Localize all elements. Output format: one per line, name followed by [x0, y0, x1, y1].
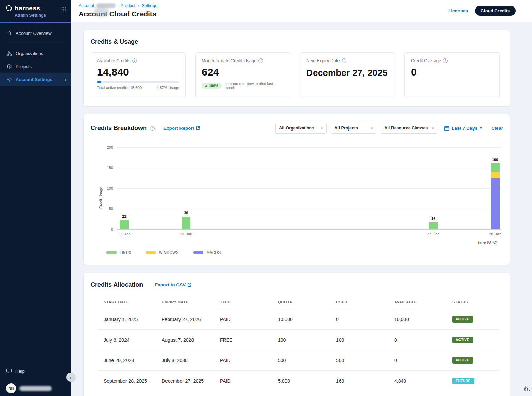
info-icon[interactable]: i	[342, 58, 346, 63]
delta-value: 186%	[209, 84, 218, 88]
home-icon	[6, 30, 12, 36]
bar-segment-linux	[429, 222, 438, 229]
chart-bar[interactable]: 22	[120, 220, 129, 229]
x-tick-label: 23. Jan	[180, 232, 192, 236]
organizations-select[interactable]: All Organizations ▾	[275, 123, 327, 134]
nav-label: Account Overview	[16, 31, 52, 36]
column-header: TYPE	[214, 297, 272, 309]
info-icon[interactable]: i	[132, 58, 137, 63]
chart-bar[interactable]: 160	[491, 163, 500, 229]
legend-item-windows[interactable]: WINDOWS	[146, 250, 179, 255]
breadcrumb-settings[interactable]: Settings	[142, 3, 157, 8]
info-icon[interactable]: i	[258, 58, 263, 63]
status-badge: ACTIVE	[452, 337, 473, 343]
export-csv-label: Export to CSV	[155, 282, 186, 287]
table-row[interactable]: September 28, 2025 December 27, 2025 PAI…	[98, 370, 499, 391]
cell-used: 160	[331, 371, 389, 391]
cell-start-date: September 28, 2025	[98, 371, 156, 391]
page-title: Account Cloud Credits	[79, 10, 157, 18]
licenses-link[interactable]: Licenses	[448, 8, 468, 13]
sidebar: harness Admin Settings Account Overview	[0, 0, 71, 396]
chart-bar[interactable]: 16	[429, 222, 438, 229]
breadcrumb-product[interactable]: - Product	[118, 3, 135, 8]
user-name-redacted	[19, 386, 52, 391]
sidebar-footer: Help NB	[0, 364, 71, 396]
breadcrumb-account[interactable]: Account	[79, 3, 94, 8]
credits-breakdown-title: Credits Breakdown	[91, 125, 147, 132]
table-row[interactable]: June 20, 2023 July 8, 2030 PAID 500 500 …	[98, 350, 499, 370]
nav-label: Organizations	[16, 51, 43, 56]
handwritten-annotation: 6.	[523, 384, 530, 393]
y-tick-label: 0	[102, 227, 113, 231]
bar-total-label: 30	[184, 211, 188, 215]
help-button[interactable]: Help	[6, 368, 66, 374]
cell-quota: 5,000	[272, 371, 331, 391]
export-csv-link[interactable]: Export to CSV	[155, 282, 191, 287]
organizations-icon	[6, 51, 12, 56]
credit-overage-card: Credit Overage i 0	[404, 52, 500, 98]
gridline	[117, 147, 501, 148]
clear-filters-link[interactable]: Clear	[491, 126, 503, 131]
resource-classes-select-value: All Resource Classes	[384, 126, 428, 131]
available-credits-card: Available Credits i 14,840 Total active …	[91, 52, 186, 98]
gridline	[117, 168, 501, 168]
help-label: Help	[15, 369, 25, 374]
column-header: START DATE	[98, 297, 156, 309]
y-axis-label: Credit Usage	[99, 140, 103, 209]
projects-select-value: All Projects	[334, 126, 358, 131]
cell-used: 500	[331, 351, 389, 370]
status-badge: FUTURE	[452, 378, 474, 384]
table-header-row: START DATE EXPIRY DATE TYPE QUOTA USED A…	[98, 297, 499, 309]
allocation-table: START DATE EXPIRY DATE TYPE QUOTA USED A…	[98, 297, 499, 391]
date-range-select[interactable]: Last 7 Days	[444, 126, 482, 131]
column-header: STATUS	[447, 297, 499, 309]
organizations-select-value: All Organizations	[279, 126, 314, 131]
y-tick-label: 50	[102, 207, 113, 211]
sidebar-item-projects[interactable]: Projects	[0, 60, 71, 73]
credits-chart: Credit Usage 0501001502002222. Jan3023. …	[99, 147, 501, 229]
resource-classes-select[interactable]: All Resource Classes ▾	[381, 123, 437, 134]
apps-grid-icon[interactable]	[61, 6, 66, 12]
x-tick-label: 28. Jan	[489, 232, 501, 236]
legend-label: WINDOWS	[159, 250, 179, 255]
cell-start-date: June 20, 2023	[98, 351, 156, 370]
info-icon[interactable]: i	[443, 58, 448, 63]
cell-expiry-date: February 27, 2026	[156, 310, 214, 329]
sidebar-item-account-settings[interactable]: Account Settings ›	[0, 73, 71, 86]
cloud-credits-button[interactable]: Cloud Credits	[475, 6, 516, 16]
bar-segment-linux	[120, 220, 129, 229]
sidebar-item-account-overview[interactable]: Account Overview	[0, 27, 71, 40]
table-row[interactable]: January 1, 2025 February 27, 2026 PAID 1…	[98, 309, 499, 329]
cell-type: PAID	[214, 310, 272, 329]
column-header: USED	[331, 297, 389, 309]
next-expiry-label: Next Expiry Date	[306, 58, 340, 63]
sidebar-nav: Account Overview Organizations Projects	[0, 23, 71, 86]
admin-settings-label: Admin Settings	[15, 13, 46, 18]
export-report-link[interactable]: Export Report	[163, 126, 200, 131]
gridline	[117, 188, 501, 189]
projects-select[interactable]: All Projects ▾	[331, 123, 376, 134]
sidebar-collapse-handle[interactable]: ‹	[66, 373, 75, 382]
avatar[interactable]: NB	[6, 383, 16, 393]
cell-available: 0	[389, 351, 447, 370]
cell-quota: 500	[272, 351, 331, 370]
chart-bar[interactable]: 30	[182, 217, 190, 229]
column-header: AVAILABLE	[389, 297, 447, 309]
delta-badge: ▲ 186%	[202, 83, 222, 89]
bar-segment-macos	[491, 178, 500, 229]
column-header: EXPIRY DATE	[156, 297, 214, 309]
legend-item-macos[interactable]: MACOS	[193, 250, 221, 255]
cell-used: 100	[331, 330, 389, 350]
bar-total-label: 160	[492, 158, 498, 162]
nav-label: Account Settings	[16, 77, 52, 82]
info-icon[interactable]: i	[150, 126, 155, 131]
mtd-usage-value: 624	[202, 66, 284, 78]
next-expiry-value: December 27, 2025	[306, 67, 388, 79]
cell-expiry-date: August 7, 2028	[156, 330, 214, 350]
credits-usage-title: Credits & Usage	[91, 38, 503, 45]
legend-item-linux[interactable]: LINUX	[106, 250, 131, 255]
sidebar-item-organizations[interactable]: Organizations	[0, 47, 71, 60]
cell-type: PAID	[214, 371, 272, 391]
user-row[interactable]: NB	[6, 383, 66, 393]
table-row[interactable]: July 8, 2024 August 7, 2028 FREE 100 100…	[98, 329, 499, 350]
